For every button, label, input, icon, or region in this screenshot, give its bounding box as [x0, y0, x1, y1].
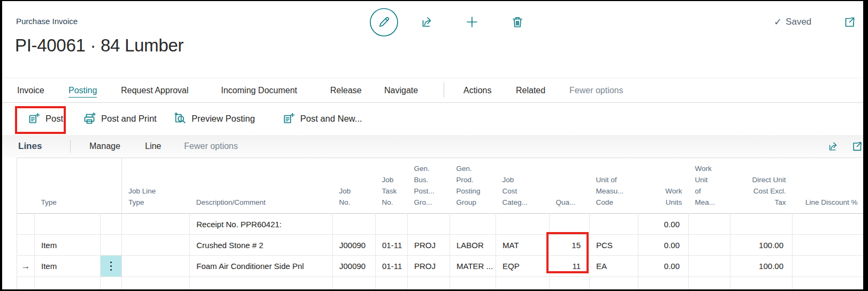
table-row-foam-air-conditioner: → Item Foam Air Conditioner Side Pnl J00… [17, 256, 864, 277]
column-header-work-units[interactable]: Work Units [638, 158, 689, 214]
column-header-work-unit-of-measure[interactable]: Work Unit of Mea... [689, 158, 730, 214]
column-header-type[interactable]: Type [35, 158, 101, 214]
tab-invoice[interactable]: Invoice [17, 86, 44, 97]
row-actions-menu-icon[interactable] [101, 256, 121, 277]
open-in-window-icon[interactable] [843, 16, 856, 29]
column-header-line-discount[interactable]: Line Discount % [793, 158, 864, 214]
cell-gen-prod-posting-group[interactable]: MATER ... [450, 256, 496, 277]
table-header-row: Type Job Line Type Description/Comment J… [17, 158, 864, 214]
lines-expand-icon[interactable] [851, 140, 863, 153]
column-header-job-no[interactable]: Job No. [333, 158, 376, 214]
lines-share-icon[interactable] [827, 140, 840, 153]
post-and-new-button[interactable]: Post and New... [281, 103, 362, 134]
tab-related[interactable]: Related [516, 86, 545, 97]
cell-job-line-type[interactable] [122, 214, 190, 235]
cell-work-units[interactable]: 0.00 [638, 256, 689, 277]
cell-job-line-type[interactable] [122, 256, 190, 277]
cell-description[interactable]: Crushed Stone # 2 [190, 235, 333, 256]
column-header-unit-of-measure[interactable]: Unit of Measu... Code [590, 158, 638, 214]
tab-incoming-document[interactable]: Incoming Document [221, 86, 297, 97]
cell-quantity[interactable]: 15 [550, 235, 590, 256]
post-button[interactable]: Post [27, 103, 63, 134]
cell-work-units[interactable]: 0.00 [638, 235, 689, 256]
cell-job-task-no[interactable]: 01-11 [376, 256, 408, 277]
tab-release[interactable]: Release [330, 86, 362, 97]
lines-table: Type Job Line Type Description/Comment J… [17, 158, 864, 291]
cell-job-task-no[interactable]: 01-11 [376, 235, 408, 256]
trash-icon[interactable] [510, 14, 525, 29]
cell-type[interactable]: Item [35, 235, 101, 256]
cell-direct-unit-cost[interactable]: 100.00 [730, 235, 793, 256]
cell-job-cost-category[interactable]: EQP [496, 256, 550, 277]
cell-job-no[interactable]: J00090 [333, 256, 376, 277]
cell-job-no[interactable]: J00090 [333, 235, 376, 256]
cell-unit-of-measure[interactable]: PCS [590, 235, 638, 256]
column-header-gen-prod-posting-group[interactable]: Gen. Prod. Posting Group [450, 158, 496, 214]
plus-icon[interactable] [465, 14, 479, 29]
column-header-job-task-no[interactable]: Job Task No. [376, 158, 408, 214]
table-row-empty [17, 277, 864, 291]
lines-line-menu[interactable]: Line [145, 135, 161, 158]
cell-description[interactable]: Receipt No. PPR60421: [190, 214, 333, 235]
edit-pencil-icon[interactable] [369, 8, 399, 37]
table-row-crushed-stone: Item Crushed Stone # 2 J00090 01-11 PROJ… [17, 235, 864, 256]
preview-magnifier-icon [173, 111, 187, 125]
cell-job-cost-category[interactable]: MAT [496, 235, 550, 256]
preview-posting-label: Preview Posting [192, 114, 255, 124]
printer-icon [82, 111, 96, 125]
preview-posting-button[interactable]: Preview Posting [173, 103, 255, 134]
save-status-label: Saved [786, 17, 811, 27]
cell-type[interactable]: Item [35, 256, 101, 277]
column-header-job-cost-category[interactable]: Job Cost Categ... [496, 158, 550, 214]
post-and-print-button[interactable]: Post and Print [82, 103, 157, 134]
tab-navigate[interactable]: Navigate [384, 86, 418, 97]
column-header-direct-unit-cost[interactable]: Direct Unit Cost Excl. Tax [730, 158, 793, 214]
cell-gen-bus-posting-group[interactable]: PROJ [408, 256, 450, 277]
cell-line-discount[interactable] [793, 256, 864, 277]
column-header-job-line-type[interactable]: Job Line Type [122, 158, 190, 214]
page-caption: Purchase Invoice [16, 17, 78, 26]
column-header-selector [17, 158, 35, 214]
lines-divider [70, 140, 71, 153]
current-row-arrow: → [17, 256, 35, 277]
lines-section-bar: Lines Manage Line Fewer options [2, 135, 863, 158]
tab-posting[interactable]: Posting [68, 86, 97, 98]
cell-job-line-type[interactable] [122, 235, 190, 256]
fewer-options-button[interactable]: Fewer options [569, 86, 623, 97]
purchase-invoice-window: Purchase Invoice PI-40061 · 84 Lumber ✓ … [0, 0, 868, 291]
menu-divider [444, 83, 444, 98]
cell-direct-unit-cost[interactable]: 100.00 [730, 256, 793, 277]
cell-unit-of-measure[interactable]: EA [590, 256, 638, 277]
lines-section-title: Lines [18, 135, 42, 158]
tab-request-approval[interactable]: Request Approval [121, 86, 188, 97]
cell-gen-prod-posting-group[interactable]: LABOR [450, 235, 496, 256]
check-icon: ✓ [774, 17, 782, 27]
post-button-label: Post [45, 114, 63, 124]
cell-description[interactable]: Foam Air Conditioner Side Pnl [190, 256, 333, 277]
save-status: ✓ Saved [774, 17, 811, 27]
cell-line-discount[interactable] [793, 235, 864, 256]
tab-actions[interactable]: Actions [463, 86, 491, 97]
post-and-new-label: Post and New... [300, 114, 362, 124]
page-title: PI-40061 · 84 Lumber [15, 35, 184, 56]
cell-quantity[interactable]: 11 [550, 256, 590, 277]
lines-manage-menu[interactable]: Manage [89, 135, 120, 158]
post-and-print-label: Post and Print [101, 114, 157, 124]
cell-gen-bus-posting-group[interactable]: PROJ [408, 235, 450, 256]
share-icon[interactable] [420, 14, 435, 29]
column-header-row-menu [101, 158, 122, 214]
column-header-description[interactable]: Description/Comment [190, 158, 333, 214]
table-row-receipt: Receipt No. PPR60421: 0.00 [17, 214, 864, 235]
post-and-new-journal-icon [281, 111, 295, 125]
post-journal-icon [27, 111, 41, 125]
column-header-quantity[interactable]: Qua... [550, 158, 590, 214]
lines-fewer-options-button[interactable]: Fewer options [184, 135, 238, 158]
column-header-gen-bus-posting-group[interactable]: Gen. Bus. Post... Gro... [408, 158, 450, 214]
cell-type[interactable] [35, 214, 101, 235]
cell-work-units[interactable]: 0.00 [638, 214, 689, 235]
